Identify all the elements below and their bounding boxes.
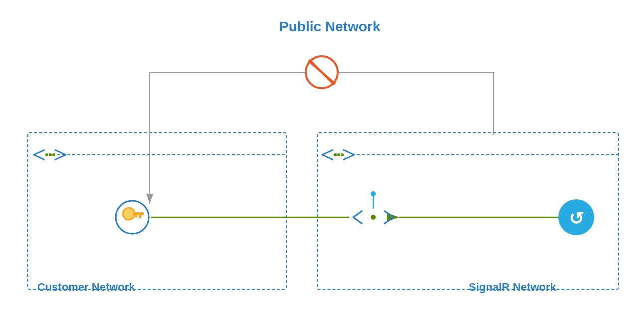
- customer-network-box: [27, 132, 287, 290]
- svg-line-13: [308, 61, 335, 84]
- svg-line-12: [309, 60, 334, 85]
- signalr-network-box: [317, 132, 619, 290]
- public-network-label: Public Network: [279, 19, 380, 35]
- diagram-container: Public Network Customer Network SignalR …: [0, 0, 644, 320]
- svg-point-11: [306, 56, 338, 88]
